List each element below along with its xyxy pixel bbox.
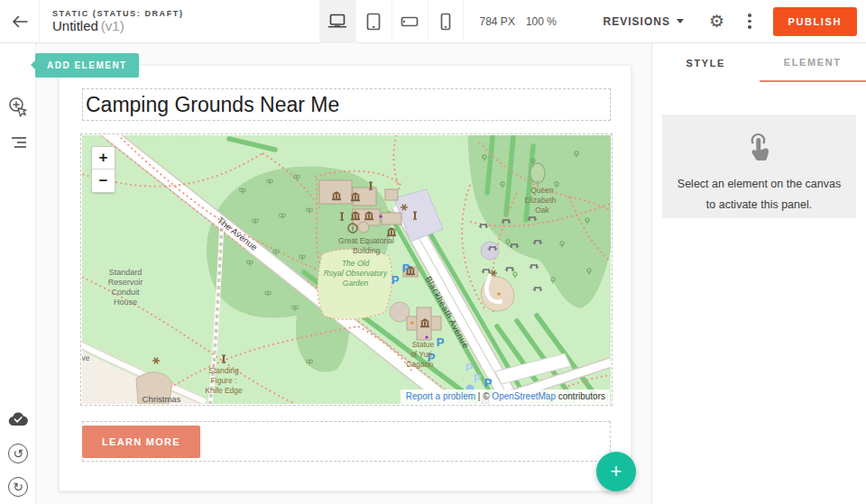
svg-text:i: i [352, 225, 354, 232]
empty-state-text: Select an element on the canvas to activ… [677, 174, 841, 215]
empty-state-line1: Select an element on the canvas [677, 174, 841, 195]
tab-style[interactable]: STYLE [652, 43, 760, 82]
undo-icon: ↺ [8, 444, 28, 463]
revisions-label: REVISIONS [603, 15, 670, 28]
viewport-zoom-value: 100 % [526, 15, 557, 28]
svg-text:P: P [437, 335, 445, 349]
page-heading: Camping Grounds Near Me [83, 93, 339, 117]
learn-more-button[interactable]: LEARN MORE [82, 426, 200, 458]
gear-icon: ⚙ [709, 12, 724, 31]
overflow-menu-button[interactable] [744, 10, 755, 32]
svg-text:Elizabeth: Elizabeth [525, 196, 557, 205]
laptop-icon [327, 14, 347, 29]
label-road-fragment: ve [82, 353, 90, 362]
svg-text:P: P [465, 361, 474, 374]
phone-landscape-icon [401, 16, 419, 27]
svg-text:Gagarin: Gagarin [406, 360, 434, 369]
map-zoom-out-button[interactable]: − [92, 170, 115, 192]
svg-text:Royal Observatory: Royal Observatory [324, 269, 388, 278]
topbar: STATIC (STATUS: DRAFT) Untitled(v1) [0, 0, 866, 43]
device-tablet-button[interactable] [355, 0, 392, 43]
back-arrow-icon [12, 15, 28, 28]
map-attribution: Report a problem | © OpenStreetMap contr… [401, 389, 610, 404]
button-row-element[interactable]: LEARN MORE [82, 421, 611, 462]
osm-link[interactable]: OpenStreetMap [492, 391, 556, 401]
svg-text:P: P [402, 261, 410, 275]
phone-portrait-icon [440, 13, 451, 31]
publish-button[interactable]: PUBLISH [773, 7, 857, 36]
settings-gear-button[interactable]: ⚙ [709, 13, 724, 30]
svg-text:Reservoir: Reservoir [108, 278, 143, 287]
svg-text:Conduit: Conduit [111, 288, 140, 297]
add-element-tooltip: ADD ELEMENT [35, 53, 139, 78]
document-title: Untitled(v1) [52, 18, 184, 33]
openstreetmap-embed[interactable]: i [82, 135, 611, 404]
map-element[interactable]: i [80, 133, 613, 406]
add-section-fab[interactable]: + [596, 452, 636, 491]
svg-text:Figure :: Figure : [211, 376, 237, 385]
svg-text:The Old: The Old [342, 259, 370, 268]
viewport-size-readout: 784 PX 100 % [480, 15, 557, 28]
attribution-contributors: contributors [556, 391, 605, 401]
svg-text:of Yuri: of Yuri [410, 350, 432, 359]
svg-text:P: P [484, 376, 493, 389]
redo-button[interactable]: ↻ [0, 473, 36, 500]
status-label: STATIC (STATUS: DRAFT) [52, 9, 184, 18]
version-text: (v1) [101, 18, 124, 33]
svg-text:Oak: Oak [535, 206, 549, 215]
map-zoom-control: + − [91, 146, 115, 193]
tab-element[interactable]: ELEMENT [760, 43, 866, 82]
main-row: ↺ ↻ ADD ELEMENT Camping Grounds Near Me [0, 43, 866, 504]
left-toolbar: ↺ ↻ [0, 43, 36, 504]
kebab-icon [748, 14, 751, 17]
tap-hand-icon [746, 133, 773, 163]
svg-text:Great Equatorial: Great Equatorial [338, 236, 394, 245]
svg-text:P: P [474, 371, 482, 385]
label-christmas: Christmas [143, 394, 181, 404]
svg-text:P: P [392, 273, 400, 287]
title-text: Untitled [52, 18, 98, 33]
attribution-separator: | © [475, 391, 492, 401]
revisions-dropdown[interactable]: REVISIONS [603, 15, 684, 28]
svg-text:Knife Edge: Knife Edge [205, 386, 243, 395]
device-desktop-button[interactable] [319, 0, 355, 43]
align-lines-icon [10, 136, 26, 149]
device-phone-landscape-button[interactable] [392, 0, 428, 43]
add-element-button[interactable] [0, 95, 36, 122]
redo-icon: ↻ [8, 477, 28, 497]
add-element-icon [7, 96, 29, 121]
save-status-button[interactable] [0, 406, 36, 433]
workspace: Camping Grounds Near Me [36, 43, 651, 504]
panel-tabs: STYLE ELEMENT [652, 43, 866, 82]
chevron-down-icon [677, 19, 684, 23]
panel-empty-state: Select an element on the canvas to activ… [662, 115, 856, 218]
svg-text:Garden: Garden [343, 279, 369, 288]
back-button[interactable] [0, 0, 40, 43]
empty-state-line2: to activate this panel. [677, 195, 841, 215]
page-builder-app: STATIC (STATUS: DRAFT) Untitled(v1) [0, 0, 866, 504]
report-problem-link[interactable]: Report a problem [406, 391, 475, 401]
layers-menu-button[interactable] [0, 129, 36, 156]
map-zoom-in-button[interactable]: + [92, 147, 115, 170]
document-title-block: STATIC (STATUS: DRAFT) Untitled(v1) [40, 9, 184, 34]
svg-text:Standing: Standing [208, 366, 239, 375]
svg-text:Queen: Queen [530, 186, 554, 195]
svg-text:House: House [114, 298, 137, 307]
properties-panel: STYLE ELEMENT Select an element on the c… [651, 43, 866, 504]
canvas-page[interactable]: Camping Grounds Near Me [59, 65, 631, 491]
undo-button[interactable]: ↺ [0, 440, 36, 467]
cloud-saved-icon [8, 412, 28, 426]
svg-text:Statue: Statue [412, 340, 435, 349]
device-phone-portrait-button[interactable] [428, 0, 464, 43]
svg-text:Standard: Standard [109, 268, 143, 277]
tablet-icon [366, 13, 381, 31]
viewport-width-value: 784 PX [480, 15, 515, 28]
heading-element[interactable]: Camping Grounds Near Me [82, 88, 611, 121]
svg-text:Building: Building [353, 246, 381, 255]
device-preview-toggle [319, 0, 464, 43]
map-canvas: i [82, 135, 611, 404]
